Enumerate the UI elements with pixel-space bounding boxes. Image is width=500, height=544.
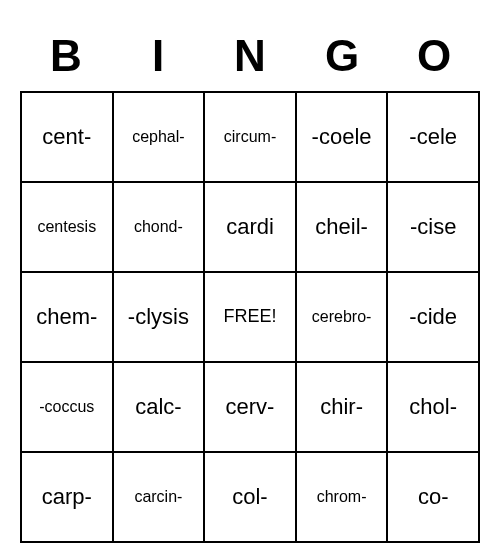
bingo-cell[interactable]: chond-: [114, 183, 206, 273]
bingo-cell[interactable]: col-: [205, 453, 297, 543]
bingo-row: carp-carcin-col-chrom-co-: [22, 453, 480, 543]
bingo-cell[interactable]: chol-: [388, 363, 480, 453]
bingo-row: cent-cephal-circum--coele-cele: [22, 93, 480, 183]
bingo-cell[interactable]: -cele: [388, 93, 480, 183]
header-g: G: [296, 25, 388, 91]
bingo-cell[interactable]: -clysis: [114, 273, 206, 363]
bingo-cell[interactable]: carcin-: [114, 453, 206, 543]
bingo-row: -coccuscalc-cerv-chir-chol-: [22, 363, 480, 453]
bingo-cell[interactable]: cephal-: [114, 93, 206, 183]
bingo-cell[interactable]: chem-: [22, 273, 114, 363]
bingo-header: B I N G O: [20, 25, 480, 91]
bingo-cell[interactable]: chir-: [297, 363, 389, 453]
bingo-cell[interactable]: chrom-: [297, 453, 389, 543]
bingo-cell[interactable]: cheil-: [297, 183, 389, 273]
bingo-row: centesischond-cardicheil--cise: [22, 183, 480, 273]
bingo-cell[interactable]: -cise: [388, 183, 480, 273]
bingo-cell[interactable]: -coele: [297, 93, 389, 183]
free-space[interactable]: FREE!: [205, 273, 297, 363]
bingo-card: B I N G O cent-cephal-circum--coele-cele…: [20, 25, 480, 543]
bingo-cell[interactable]: calc-: [114, 363, 206, 453]
bingo-row: chem--clysisFREE!cerebro--cide: [22, 273, 480, 363]
bingo-cell[interactable]: cent-: [22, 93, 114, 183]
bingo-cell[interactable]: centesis: [22, 183, 114, 273]
bingo-cell[interactable]: cerebro-: [297, 273, 389, 363]
bingo-cell[interactable]: cardi: [205, 183, 297, 273]
bingo-grid: cent-cephal-circum--coele-celecentesisch…: [20, 91, 480, 543]
header-b: B: [20, 25, 112, 91]
bingo-cell[interactable]: circum-: [205, 93, 297, 183]
header-o: O: [388, 25, 480, 91]
bingo-cell[interactable]: co-: [388, 453, 480, 543]
bingo-cell[interactable]: -cide: [388, 273, 480, 363]
header-n: N: [204, 25, 296, 91]
bingo-cell[interactable]: -coccus: [22, 363, 114, 453]
header-i: I: [112, 25, 204, 91]
bingo-cell[interactable]: cerv-: [205, 363, 297, 453]
bingo-cell[interactable]: carp-: [22, 453, 114, 543]
